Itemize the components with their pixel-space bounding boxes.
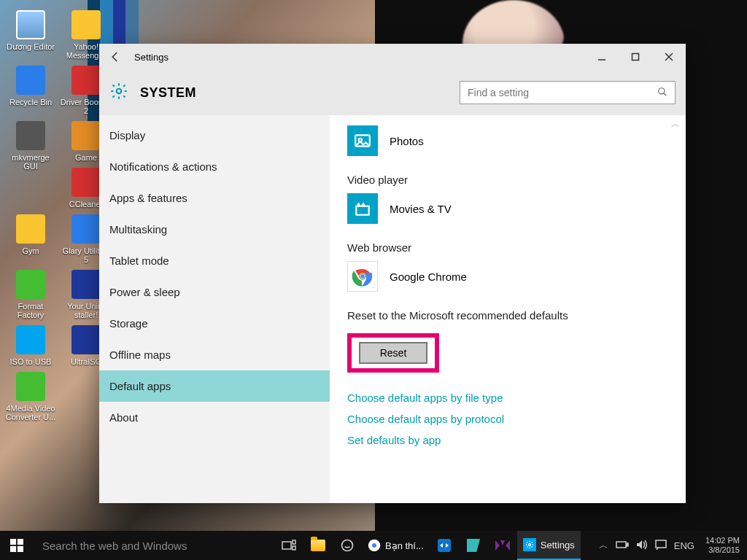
taskbar: Search the web and Windows Bạn thí... Se… — [0, 531, 747, 560]
svg-point-26 — [528, 544, 530, 546]
default-app-browser[interactable]: Google Chrome — [347, 261, 668, 292]
icon-image — [16, 270, 45, 299]
search-icon — [657, 87, 667, 99]
desktop-icon[interactable]: 4Media Video Converter U... — [4, 372, 57, 421]
tray-notifications-icon[interactable] — [655, 540, 667, 552]
svg-rect-9 — [356, 206, 368, 215]
photos-label: Photos — [390, 135, 424, 147]
content-pane: ︿ Photos Video player Movies & TV Web br… — [330, 115, 686, 503]
icon-image — [71, 168, 101, 197]
desktop-icon[interactable]: Dương Editor — [4, 10, 57, 52]
svg-rect-14 — [10, 539, 16, 545]
task-view-button[interactable] — [274, 531, 303, 560]
taskbar-settings[interactable]: Settings — [517, 531, 581, 560]
window-titlebar: Settings — [99, 44, 686, 70]
svg-point-23 — [372, 543, 376, 548]
taskbar-chrome[interactable]: Bạn thí... — [362, 531, 430, 560]
svg-rect-25 — [467, 539, 480, 552]
link-choose-by-filetype[interactable]: Choose default apps by file type — [347, 392, 668, 404]
taskbar-teamviewer[interactable] — [430, 531, 459, 560]
back-button[interactable] — [107, 48, 124, 66]
svg-rect-20 — [293, 546, 295, 550]
svg-point-21 — [342, 540, 353, 551]
icon-label: mkvmerge GUI — [4, 153, 57, 171]
link-set-defaults-by-app[interactable]: Set defaults by app — [347, 434, 668, 446]
icon-image — [71, 121, 101, 150]
default-app-video[interactable]: Movies & TV — [347, 193, 668, 224]
icon-image — [16, 66, 45, 95]
taskbar-file-explorer[interactable] — [303, 531, 333, 560]
taskbar-search[interactable]: Search the web and Windows — [34, 531, 274, 560]
scroll-up-icon[interactable]: ︿ — [671, 118, 680, 131]
settings-window: Settings SYSTEM DisplayNotifications & a… — [99, 44, 686, 503]
taskbar-settings-label: Settings — [541, 540, 575, 551]
sidebar-item-tablet-mode[interactable]: Tablet mode — [99, 245, 330, 276]
chrome-icon — [347, 261, 378, 292]
web-section-title: Web browser — [347, 241, 668, 254]
desktop-icon[interactable]: Gym — [4, 214, 57, 255]
icon-image — [16, 372, 45, 401]
start-button[interactable] — [0, 531, 34, 560]
sidebar-item-display[interactable]: Display — [99, 120, 330, 151]
taskbar-clock[interactable]: 14:02 PM 3/8/2015 — [698, 536, 747, 555]
reset-text: Reset to the Microsoft recommended defau… — [347, 309, 668, 322]
maximize-button[interactable] — [619, 44, 652, 70]
icon-label: Dương Editor — [4, 42, 57, 52]
sidebar-item-notifications-actions[interactable]: Notifications & actions — [99, 151, 330, 182]
svg-rect-19 — [293, 540, 295, 544]
desktop-icon[interactable]: ISO to USB — [4, 325, 57, 366]
movies-icon — [347, 193, 378, 224]
minimize-button[interactable] — [585, 44, 619, 70]
icon-image — [16, 325, 45, 354]
taskbar-app-2[interactable] — [459, 531, 488, 560]
svg-rect-16 — [10, 546, 16, 552]
tray-chevron-up-icon[interactable]: ︿ — [599, 539, 608, 552]
sidebar-item-default-apps[interactable]: Default apps — [99, 370, 330, 402]
icon-image — [16, 214, 45, 244]
page-title: SYSTEM — [140, 85, 460, 101]
search-box[interactable] — [460, 81, 676, 104]
svg-rect-15 — [18, 539, 23, 545]
desktop-icon[interactable]: mkvmerge GUI — [4, 121, 57, 171]
icon-image — [71, 214, 101, 244]
icon-label: Gym — [4, 246, 57, 255]
svg-rect-18 — [282, 542, 291, 549]
sidebar-item-power-sleep[interactable]: Power & sleep — [99, 276, 330, 308]
sidebar-item-about[interactable]: About — [99, 402, 330, 433]
icon-label: Format Factory — [4, 302, 57, 319]
svg-rect-28 — [627, 543, 628, 546]
desktop-icon[interactable]: Recycle Bin — [4, 66, 57, 106]
search-input[interactable] — [468, 87, 651, 98]
sidebar-item-offline-maps[interactable]: Offline maps — [99, 339, 330, 370]
desktop-icon[interactable]: Format Factory — [4, 270, 57, 319]
sidebar-item-apps-features[interactable]: Apps & features — [99, 182, 330, 214]
taskbar-app-3[interactable] — [488, 531, 517, 560]
icon-image — [71, 270, 101, 299]
svg-rect-1 — [632, 54, 639, 61]
sidebar: DisplayNotifications & actionsApps & fea… — [99, 115, 330, 503]
default-app-photos[interactable]: Photos — [347, 125, 668, 156]
tray-battery-icon[interactable] — [616, 540, 629, 551]
movies-label: Movies & TV — [390, 203, 452, 215]
close-button[interactable] — [652, 44, 686, 70]
chrome-label: Google Chrome — [390, 271, 467, 283]
window-title: Settings — [134, 52, 169, 63]
reset-button[interactable]: Reset — [359, 342, 427, 364]
sidebar-item-multitasking[interactable]: Multitasking — [99, 214, 330, 245]
svg-line-6 — [664, 93, 667, 96]
sidebar-item-storage[interactable]: Storage — [99, 308, 330, 339]
settings-taskbar-icon — [523, 538, 536, 551]
icon-image — [71, 325, 101, 354]
taskbar-app-1[interactable] — [333, 531, 362, 560]
icon-label: ISO to USB — [4, 357, 57, 366]
tray-volume-icon[interactable] — [636, 540, 648, 552]
icon-label: 4Media Video Converter U... — [4, 404, 57, 421]
taskbar-chrome-label: Bạn thí... — [385, 540, 424, 551]
system-tray: ︿ ENG 14:02 PM 3/8/2015 — [595, 531, 747, 560]
svg-point-4 — [117, 89, 122, 94]
icon-label: Recycle Bin — [4, 98, 57, 106]
link-choose-by-protocol[interactable]: Choose default apps by protocol — [347, 413, 668, 425]
icon-image — [71, 66, 101, 95]
svg-point-5 — [659, 88, 665, 93]
tray-language[interactable]: ENG — [674, 540, 694, 551]
